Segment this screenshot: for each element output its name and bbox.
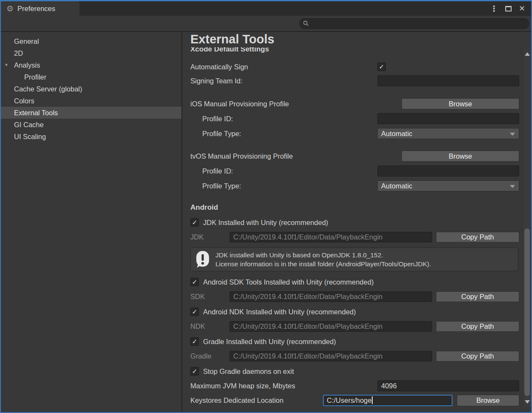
settings-scroll-area: Xcode Default Settings Automatically Sig…	[190, 45, 519, 410]
jvm-heap-label: Maximum JVM heap size, Mbytes	[190, 382, 377, 390]
sidebar-item-label: Analysis	[14, 61, 40, 69]
scroll-up-icon[interactable]	[525, 52, 530, 56]
scrollbar-thumb[interactable]	[524, 228, 530, 396]
jdk-installed-checkbox[interactable]: ✓	[190, 218, 199, 227]
ios-browse-button[interactable]: Browse	[402, 98, 519, 109]
sidebar-item-2d[interactable]: 2D	[1, 47, 181, 59]
sdk-path-label: SDK	[190, 293, 229, 301]
sidebar-item-profiler[interactable]: Profiler	[1, 71, 181, 83]
gradle-path-input[interactable]	[229, 351, 432, 362]
preferences-window: ⚙ Preferences ⋮ ✕ General 2D ▼ Analysis	[0, 0, 532, 413]
sidebar-item-analysis[interactable]: ▼ Analysis	[1, 59, 181, 71]
ios-profile-label: iOS Manual Provisioning Profile	[190, 100, 402, 108]
jdk-info-line1: JDK installed with Unity is based on Ope…	[215, 251, 431, 259]
vertical-scrollbar[interactable]	[523, 49, 531, 407]
ndk-installed-checkbox[interactable]: ✓	[190, 308, 199, 316]
gradle-copy-path-button[interactable]: Copy Path	[436, 351, 519, 362]
ndk-path-label: NDK	[190, 322, 229, 330]
close-icon[interactable]: ✕	[519, 5, 525, 12]
dropdown-value: Automatic	[381, 130, 412, 138]
jdk-info-box: JDK installed with Unity is based on Ope…	[190, 248, 518, 271]
jdk-copy-path-button[interactable]: Copy Path	[436, 232, 519, 242]
ios-profile-id-label: Profile ID:	[190, 115, 377, 123]
gradle-installed-label: Gradle Installed with Unity (recommended…	[203, 338, 336, 346]
signing-team-input[interactable]	[377, 75, 519, 86]
jdk-info-line2: License information is in the install fo…	[215, 259, 431, 268]
ios-profile-type-label: Profile Type:	[190, 130, 377, 138]
window-menu-icon[interactable]: ⋮	[490, 5, 498, 13]
sidebar-item-gi-cache[interactable]: GI Cache	[1, 119, 181, 131]
chevron-down-icon	[510, 185, 515, 188]
search-field[interactable]	[300, 18, 529, 29]
ndk-path-input[interactable]	[229, 321, 432, 332]
tvos-profile-type-dropdown[interactable]: Automatic	[377, 180, 519, 191]
foldout-icon[interactable]: ▼	[4, 59, 8, 71]
gear-icon: ⚙	[6, 5, 14, 13]
keystores-location-label: Keystores Dedicated Location	[190, 396, 323, 404]
text-caret	[372, 396, 373, 404]
keystores-location-input[interactable]: C:/Users/hoge	[323, 395, 453, 406]
tab-strip: ⚙ Preferences ⋮ ✕	[1, 1, 531, 16]
search-input[interactable]	[311, 20, 526, 27]
sdk-installed-checkbox[interactable]: ✓	[190, 278, 199, 286]
gradle-path-label: Gradle	[190, 352, 229, 360]
toolbar	[1, 16, 531, 32]
jdk-path-input[interactable]	[229, 232, 432, 242]
sdk-copy-path-button[interactable]: Copy Path	[436, 291, 519, 302]
jdk-installed-label: JDK Installed with Unity (recommended)	[203, 219, 328, 227]
jdk-path-label: JDK	[190, 233, 229, 241]
sidebar: General 2D ▼ Analysis Profiler Cache Ser…	[1, 32, 182, 412]
ios-profile-id-input[interactable]	[377, 113, 519, 124]
auto-sign-label: Automatically Sign	[190, 63, 377, 71]
sidebar-item-general[interactable]: General	[1, 35, 181, 47]
keystores-location-value: C:/Users/hoge	[327, 396, 371, 404]
tvos-profile-type-label: Profile Type:	[190, 182, 377, 190]
ndk-installed-label: Android NDK Installed with Unity (recomm…	[203, 308, 356, 316]
sidebar-item-colors[interactable]: Colors	[1, 95, 181, 107]
maximize-icon[interactable]	[505, 6, 512, 11]
tab-title: Preferences	[17, 5, 55, 13]
search-icon	[303, 20, 309, 26]
ndk-copy-path-button[interactable]: Copy Path	[436, 321, 519, 332]
page-title: External Tools	[190, 32, 521, 47]
dropdown-value: Automatic	[381, 182, 412, 190]
tvos-profile-label: tvOS Manual Provisioning Profile	[190, 152, 402, 160]
exclamation-bubble-icon	[195, 251, 210, 268]
chevron-down-icon	[510, 133, 515, 136]
android-section-header: Android	[190, 203, 519, 213]
scroll-down-icon[interactable]	[525, 400, 530, 404]
stop-gradle-label: Stop Gradle daemons on exit	[203, 367, 294, 376]
sidebar-item-ui-scaling[interactable]: UI Scaling	[1, 131, 181, 142]
sdk-installed-label: Android SDK Tools Installed with Unity (…	[203, 278, 374, 286]
jvm-heap-input[interactable]	[377, 380, 519, 391]
main-pane: External Tools Xcode Default Settings Au…	[182, 32, 531, 412]
sdk-path-input[interactable]	[229, 291, 432, 302]
window-body: General 2D ▼ Analysis Profiler Cache Ser…	[1, 32, 531, 412]
ios-profile-type-dropdown[interactable]: Automatic	[377, 128, 519, 139]
gradle-installed-checkbox[interactable]: ✓	[190, 337, 199, 346]
sidebar-item-cache-server[interactable]: Cache Server (global)	[1, 83, 181, 95]
keystores-browse-button[interactable]: Browse	[457, 395, 519, 406]
stop-gradle-checkbox[interactable]: ✓	[190, 367, 199, 376]
window-controls: ⋮ ✕	[490, 1, 531, 16]
tvos-profile-id-input[interactable]	[377, 165, 519, 177]
tvos-profile-id-label: Profile ID:	[190, 167, 377, 175]
tvos-browse-button[interactable]: Browse	[402, 151, 519, 162]
auto-sign-checkbox[interactable]: ✓	[377, 63, 386, 71]
tab-preferences[interactable]: ⚙ Preferences	[1, 1, 79, 16]
signing-team-label: Signing Team Id:	[190, 77, 377, 85]
sidebar-item-external-tools[interactable]: External Tools	[1, 107, 181, 119]
